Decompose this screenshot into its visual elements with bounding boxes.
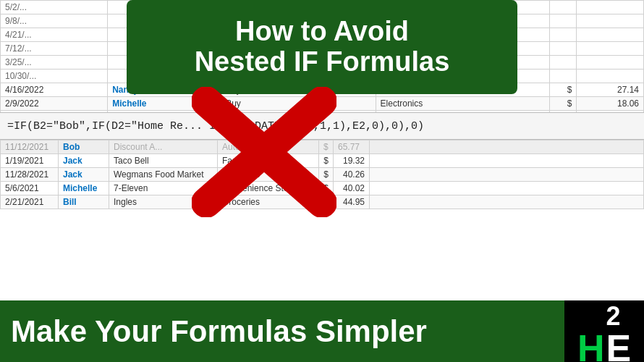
banner-bottom-text: Make Your Formulas Simpler <box>11 314 427 349</box>
banner-top-line2: Nested IF Formulas <box>195 47 450 77</box>
red-x-icon <box>192 87 336 217</box>
banner-top-line1: How to Avoid <box>235 17 409 47</box>
h2e-logo: H 2 E <box>564 300 644 362</box>
two-digit: 2 <box>606 303 620 329</box>
h-letter: H <box>577 329 605 363</box>
banner-bottom: Make Your Formulas Simpler <box>0 300 564 362</box>
e-letter: E <box>606 329 631 363</box>
banner-top: How to Avoid Nested IF Formulas <box>127 0 517 94</box>
